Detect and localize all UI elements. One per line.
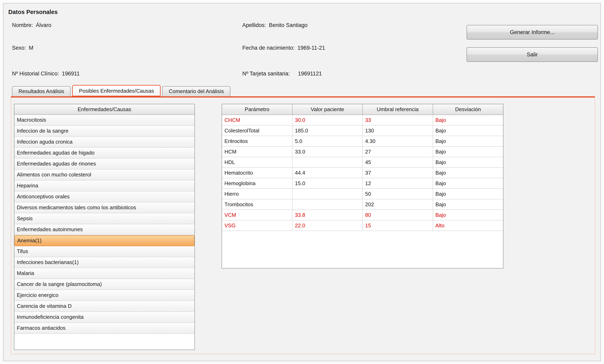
result-row[interactable]: Trombocitos202Bajo bbox=[222, 199, 503, 210]
result-cell-umbral: 37 bbox=[363, 167, 433, 178]
disease-item[interactable]: Macrocitosis bbox=[14, 115, 194, 126]
result-row[interactable]: CHCM30.033Bajo bbox=[222, 115, 503, 125]
disease-item[interactable]: Infeccion de la sangre bbox=[14, 126, 194, 137]
salir-button[interactable]: Salir bbox=[466, 47, 598, 62]
tab-comentario-del-analisis[interactable]: Comentario del Análisis bbox=[162, 86, 230, 96]
result-cell-desviacion: Bajo bbox=[433, 199, 503, 210]
disease-item[interactable]: Alimentos con mucho colesterol bbox=[14, 170, 194, 180]
result-cell-umbral: 50 bbox=[363, 188, 433, 199]
generar-informe-button[interactable]: Generar Informe... bbox=[466, 25, 598, 39]
disease-item[interactable]: Heparina bbox=[14, 180, 194, 191]
disease-item[interactable]: Enfermedades autoinmunes bbox=[14, 224, 194, 235]
page-title: Datos Personales bbox=[8, 9, 58, 15]
disease-item[interactable]: Farmacos antiacidos bbox=[14, 323, 194, 334]
field-historial-clinico: Nº Historial Clínico:196911 bbox=[12, 71, 80, 77]
result-cell-umbral: 202 bbox=[363, 199, 433, 210]
column-header-desviacion[interactable]: Desviación bbox=[433, 104, 503, 115]
disease-item[interactable]: Malaria bbox=[14, 268, 194, 279]
disease-item[interactable]: Enfermedades agudas de higado bbox=[14, 148, 194, 159]
field-apellidos: Apellidos:Benito Santiago bbox=[242, 22, 308, 28]
disease-item[interactable]: Sepsis bbox=[14, 213, 194, 224]
result-cell-parametro: Hemoglobina bbox=[222, 178, 292, 188]
result-cell-valor: 33.8 bbox=[292, 210, 363, 220]
result-cell-umbral: 15 bbox=[363, 220, 433, 231]
sexo-label: Sexo: bbox=[12, 45, 26, 51]
column-header-parametro[interactable]: Parámetro bbox=[222, 104, 292, 115]
disease-item[interactable]: Inmunodeficiencia congenita bbox=[14, 312, 194, 323]
result-cell-parametro: Eritrocitos bbox=[222, 136, 292, 146]
result-row[interactable]: HCM33.027Bajo bbox=[222, 146, 503, 157]
tarjeta-sanitaria-value: 19691121 bbox=[298, 71, 322, 77]
results-grid: Parámetro Valor paciente Umbral referenc… bbox=[222, 104, 503, 268]
result-cell-valor bbox=[292, 157, 363, 167]
result-cell-desviacion: Bajo bbox=[433, 115, 503, 125]
results-tbody: CHCM30.033BajoColesterolTotal185.0130Baj… bbox=[222, 115, 503, 231]
disease-item[interactable]: Ejercicio energico bbox=[14, 290, 194, 301]
disease-item[interactable]: Anemia(1) bbox=[14, 235, 194, 246]
result-row[interactable]: VSG22.015Alto bbox=[222, 220, 503, 231]
disease-item[interactable]: Tifus bbox=[14, 246, 194, 257]
fecha-nacimiento-value: 1969-11-21 bbox=[297, 45, 325, 51]
result-row[interactable]: Hemoglobina15.012Bajo bbox=[222, 178, 503, 188]
field-nombre: Nombre:Álvaro bbox=[12, 22, 51, 28]
results-header-row: Parámetro Valor paciente Umbral referenc… bbox=[222, 104, 503, 115]
result-row[interactable]: HDL45Bajo bbox=[222, 157, 503, 167]
result-cell-parametro: Hierro bbox=[222, 188, 292, 199]
result-cell-parametro: CHCM bbox=[222, 115, 292, 125]
result-row[interactable]: Hierro50Bajo bbox=[222, 188, 503, 199]
historial-clinico-label: Nº Historial Clínico: bbox=[12, 71, 59, 77]
diseases-column-header[interactable]: Enfermedades/Causas bbox=[14, 104, 194, 115]
nombre-value: Álvaro bbox=[36, 22, 51, 28]
tab-posibles-enfermedades-causas[interactable]: Posibles Enfermedades/Causas bbox=[72, 85, 161, 96]
tab-resultados-analisis[interactable]: Resultados Análisis bbox=[12, 86, 71, 96]
result-cell-valor: 15.0 bbox=[292, 178, 363, 188]
fecha-nacimiento-label: Fecha de nacimiento: bbox=[242, 45, 295, 51]
disease-item[interactable]: Enfermedades agudas de rinones bbox=[14, 159, 194, 170]
result-cell-umbral: 33 bbox=[363, 115, 433, 125]
result-cell-umbral: 4.30 bbox=[363, 136, 433, 146]
result-cell-umbral: 80 bbox=[363, 210, 433, 220]
diseases-list: MacrocitosisInfeccion de la sangreInfecc… bbox=[14, 115, 194, 334]
result-cell-parametro: HDL bbox=[222, 157, 292, 167]
result-cell-valor bbox=[292, 199, 363, 210]
result-cell-desviacion: Bajo bbox=[433, 157, 503, 167]
disease-item[interactable]: Infecciones bacterianas(1) bbox=[14, 257, 194, 268]
disease-item[interactable]: Diversos medicamentos tales como los ant… bbox=[14, 202, 194, 213]
result-cell-parametro: VSG bbox=[222, 220, 292, 231]
patient-window: Datos Personales Nombre:Álvaro Apellidos… bbox=[3, 3, 601, 361]
result-row[interactable]: ColesterolTotal185.0130Bajo bbox=[222, 125, 503, 136]
result-cell-desviacion: Bajo bbox=[433, 178, 503, 188]
disease-item[interactable]: Infeccion aguda cronica bbox=[14, 137, 194, 148]
result-cell-desviacion: Bajo bbox=[433, 210, 503, 220]
tab-strip: Resultados Análisis Posibles Enfermedade… bbox=[12, 85, 232, 96]
column-header-umbral-referencia[interactable]: Umbral referencia bbox=[363, 104, 433, 115]
tarjeta-sanitaria-label: Nº Tarjeta sanitaria: bbox=[242, 71, 290, 77]
result-cell-desviacion: Alto bbox=[433, 220, 503, 231]
result-cell-umbral: 27 bbox=[363, 146, 433, 157]
result-cell-umbral: 12 bbox=[363, 178, 433, 188]
result-cell-valor: 44.4 bbox=[292, 167, 363, 178]
result-cell-parametro: VCM bbox=[222, 210, 292, 220]
historial-clinico-value: 196911 bbox=[62, 71, 80, 77]
result-row[interactable]: VCM33.880Bajo bbox=[222, 210, 503, 220]
apellidos-label: Apellidos: bbox=[242, 22, 266, 28]
result-cell-valor: 22.0 bbox=[292, 220, 363, 231]
result-cell-desviacion: Bajo bbox=[433, 125, 503, 136]
result-row[interactable]: Eritrocitos5.04.30Bajo bbox=[222, 136, 503, 146]
result-row[interactable]: Hematocrito44.437Bajo bbox=[222, 167, 503, 178]
field-sexo: Sexo:M bbox=[12, 45, 33, 51]
result-cell-desviacion: Bajo bbox=[433, 167, 503, 178]
result-cell-desviacion: Bajo bbox=[433, 146, 503, 157]
result-cell-valor: 33.0 bbox=[292, 146, 363, 157]
field-fecha-nacimiento: Fecha de nacimiento:1969-11-21 bbox=[242, 45, 325, 51]
column-header-valor-paciente[interactable]: Valor paciente bbox=[292, 104, 363, 115]
result-cell-valor: 5.0 bbox=[292, 136, 363, 146]
disease-item[interactable]: Cancer de la sangre (plasmocitoma) bbox=[14, 279, 194, 290]
disease-item[interactable]: Anticonceptivos orales bbox=[14, 191, 194, 202]
disease-item[interactable]: Carencia de vitamina D bbox=[14, 301, 194, 312]
result-cell-valor bbox=[292, 188, 363, 199]
result-cell-desviacion: Bajo bbox=[433, 188, 503, 199]
sexo-value: M bbox=[29, 45, 33, 51]
apellidos-value: Benito Santiago bbox=[269, 22, 308, 28]
result-cell-parametro: HCM bbox=[222, 146, 292, 157]
